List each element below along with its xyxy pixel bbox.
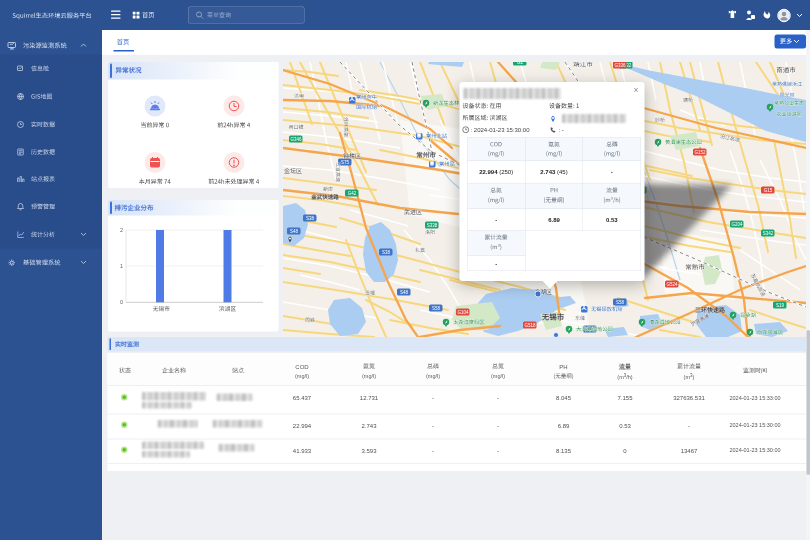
svg-text:G518: G518 (524, 323, 536, 328)
svg-text:G42: G42 (348, 191, 357, 196)
svg-text:S38: S38 (382, 250, 391, 255)
svg-text:G336: G336 (614, 63, 626, 68)
svg-text:S38: S38 (306, 216, 315, 221)
svg-text:0: 0 (120, 299, 123, 305)
svg-text:S48: S48 (400, 290, 409, 295)
svg-text:S58: S58 (432, 306, 441, 311)
svg-text:G204: G204 (731, 222, 743, 227)
svg-text:G15: G15 (764, 188, 773, 193)
svg-text:2: 2 (120, 227, 123, 233)
svg-text:S338: S338 (427, 223, 438, 228)
svg-text:G524: G524 (666, 282, 678, 287)
svg-text:S48: S48 (290, 229, 299, 234)
svg-text:S19: S19 (776, 303, 785, 308)
svg-text:S58: S58 (616, 300, 625, 305)
svg-text:G104: G104 (457, 310, 469, 315)
svg-text:S342: S342 (763, 231, 774, 236)
svg-text:G152: G152 (694, 150, 706, 155)
svg-text:G346: G346 (290, 137, 302, 142)
svg-text:G2: G2 (517, 62, 524, 65)
svg-text:1: 1 (120, 263, 123, 269)
svg-text:S75: S75 (341, 160, 350, 165)
